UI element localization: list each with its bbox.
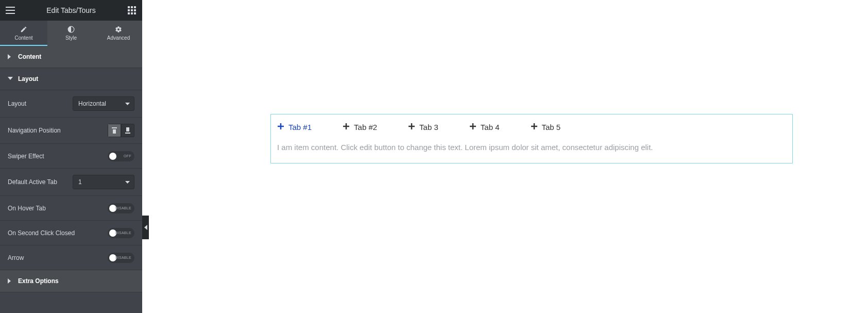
preview-tab-5-label: Tab 5	[542, 123, 561, 131]
control-default-active: Default Active Tab 1	[0, 169, 142, 196]
nav-position-bottom[interactable]	[121, 124, 134, 137]
plus-icon	[469, 123, 476, 131]
second-click-switch[interactable]: DISABLE	[108, 228, 134, 238]
svg-rect-9	[128, 12, 130, 14]
sidebar-header: Edit Tabs/Tours	[0, 0, 142, 21]
plus-icon	[408, 123, 415, 131]
tab-style[interactable]: Style	[47, 21, 95, 46]
svg-rect-4	[131, 6, 133, 8]
tab-advanced-label: Advanced	[107, 35, 130, 41]
tab-style-label: Style	[65, 35, 77, 41]
nav-position-label: Navigation Position	[8, 127, 61, 134]
second-click-label: On Second Click Closed	[8, 229, 75, 237]
layout-label: Layout	[8, 100, 26, 107]
svg-rect-0	[6, 7, 15, 8]
second-click-state: DISABLE	[115, 231, 131, 235]
nav-position-top[interactable]	[108, 124, 121, 137]
plus-icon	[531, 123, 538, 131]
tab-content-label: Content	[14, 35, 32, 41]
apps-icon[interactable]	[127, 5, 137, 15]
svg-rect-5	[134, 6, 136, 8]
section-layout-label: Layout	[18, 75, 38, 83]
svg-rect-11	[134, 12, 136, 14]
svg-rect-3	[128, 6, 130, 8]
tab-advanced[interactable]: Advanced	[95, 21, 142, 46]
menu-icon[interactable]	[5, 5, 15, 15]
control-layout: Layout Horizontal	[0, 90, 142, 118]
svg-rect-14	[113, 129, 116, 134]
preview-tab-2-label: Tab #2	[354, 123, 377, 131]
section-extra-options-label: Extra Options	[18, 277, 59, 285]
svg-rect-15	[126, 127, 129, 131]
section-content-label: Content	[18, 53, 41, 60]
switch-knob	[109, 153, 116, 160]
layout-select-value: Horizontal	[78, 100, 106, 107]
preview-tab-1-label: Tab #1	[288, 123, 312, 131]
svg-rect-13	[112, 127, 117, 128]
layout-select[interactable]: Horizontal	[73, 96, 134, 111]
pencil-icon	[20, 26, 27, 33]
svg-rect-8	[134, 9, 136, 11]
control-swiper: Swiper Effect OFF	[0, 144, 142, 169]
preview-tab-2[interactable]: Tab #2	[343, 123, 377, 131]
plus-icon	[343, 123, 350, 131]
control-arrow: Arrow DISABLE	[0, 245, 142, 270]
svg-rect-10	[131, 12, 133, 14]
swiper-state: OFF	[124, 154, 131, 158]
preview-tab-4-label: Tab 4	[481, 123, 500, 131]
section-layout[interactable]: Layout	[0, 68, 142, 90]
tabs-widget[interactable]: Tab #1 Tab #2 Tab 3 Tab 4 Tab 5 I am ite…	[270, 114, 793, 163]
default-active-value: 1	[78, 178, 82, 186]
default-active-select[interactable]: 1	[73, 175, 134, 189]
arrow-state: DISABLE	[115, 256, 131, 259]
on-hover-label: On Hover Tab	[8, 205, 46, 212]
preview-tab-4[interactable]: Tab 4	[469, 123, 500, 131]
chevron-down-icon	[125, 178, 130, 186]
tabs-nav: Tab #1 Tab #2 Tab 3 Tab 4 Tab 5	[271, 114, 792, 142]
chevron-left-icon	[144, 225, 147, 230]
editor-sidebar: Edit Tabs/Tours Content Style Advanced C…	[0, 0, 142, 313]
section-content[interactable]: Content	[0, 46, 142, 68]
preview-tab-3-label: Tab 3	[419, 123, 438, 131]
tab-content-text[interactable]: I am item content. Click edit button to …	[271, 142, 792, 163]
plus-icon	[277, 123, 284, 131]
control-second-click: On Second Click Closed DISABLE	[0, 221, 142, 245]
caret-right-icon	[8, 278, 13, 284]
chevron-down-icon	[125, 100, 130, 107]
gear-icon	[115, 26, 122, 33]
default-active-label: Default Active Tab	[8, 178, 57, 186]
preview-tab-3[interactable]: Tab 3	[408, 123, 438, 131]
tab-content[interactable]: Content	[0, 21, 47, 46]
layout-controls: Layout Horizontal Navigation Position Sw…	[0, 90, 142, 270]
svg-rect-6	[128, 9, 130, 11]
svg-rect-16	[125, 133, 130, 134]
svg-rect-7	[131, 9, 133, 11]
preview-tab-5[interactable]: Tab 5	[531, 123, 561, 131]
control-nav-position: Navigation Position	[0, 118, 142, 144]
arrow-switch[interactable]: DISABLE	[108, 253, 134, 263]
collapse-sidebar-button[interactable]	[142, 216, 149, 239]
svg-rect-2	[6, 13, 15, 14]
svg-rect-1	[6, 10, 15, 11]
preview-tab-1[interactable]: Tab #1	[277, 123, 312, 131]
on-hover-switch[interactable]: DISABLE	[108, 203, 134, 213]
swiper-switch[interactable]: OFF	[108, 151, 134, 161]
contrast-icon	[67, 26, 75, 33]
caret-right-icon	[8, 54, 13, 59]
preview-canvas: Tab #1 Tab #2 Tab 3 Tab 4 Tab 5 I am ite…	[142, 0, 868, 313]
swiper-label: Swiper Effect	[8, 153, 44, 160]
caret-down-icon	[8, 76, 13, 81]
on-hover-state: DISABLE	[115, 206, 131, 210]
panel-title: Edit Tabs/Tours	[15, 6, 127, 14]
nav-position-buttons	[108, 124, 134, 137]
panel-tabs: Content Style Advanced	[0, 21, 142, 46]
section-extra-options[interactable]: Extra Options	[0, 270, 142, 292]
arrow-label: Arrow	[8, 254, 24, 261]
control-on-hover: On Hover Tab DISABLE	[0, 196, 142, 221]
